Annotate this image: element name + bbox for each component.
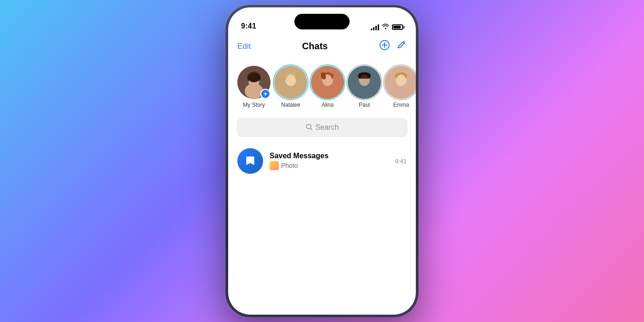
story-label-mystory: My Story [243, 102, 264, 108]
phone-outer: 9:41 [225, 5, 419, 317]
search-bar[interactable]: Search [236, 118, 408, 137]
phone-screen: 9:41 [228, 7, 416, 315]
signal-icon [371, 24, 379, 30]
chat-list: Saved Messages Photo 9:41 [228, 144, 416, 315]
story-avatar-natalee [274, 66, 307, 99]
story-item-emma[interactable]: Emma [385, 66, 416, 108]
svg-line-3 [403, 42, 404, 44]
phone-wrapper: 9:41 [225, 5, 419, 317]
svg-line-35 [310, 128, 312, 130]
svg-point-9 [248, 73, 260, 82]
nav-header: Edit Chats [228, 34, 416, 58]
status-time: 9:41 [241, 22, 256, 30]
chat-avatar-saved [237, 148, 263, 174]
chat-preview-thumb [270, 161, 279, 170]
story-label-alina: Alina [322, 102, 334, 108]
chat-name-saved: Saved Messages [270, 152, 389, 160]
story-label-paul: Paul [359, 102, 370, 108]
story-label-emma: Emma [393, 102, 409, 108]
story-item-alina[interactable]: Alina [311, 66, 344, 108]
chat-preview-text-saved: Photo [281, 162, 298, 169]
wifi-icon [382, 23, 389, 30]
nav-actions [379, 40, 407, 53]
chat-info-saved: Saved Messages Photo [270, 152, 389, 170]
dynamic-island [294, 14, 350, 29]
search-icon [305, 123, 313, 132]
story-item-paul[interactable]: Paul [348, 66, 381, 108]
story-avatar-paul [348, 66, 381, 99]
story-avatar-mystory: + [237, 66, 270, 99]
story-item-natalee[interactable]: Natalee [274, 66, 307, 108]
story-avatar-alina [311, 66, 344, 99]
compose-button[interactable] [397, 40, 407, 52]
chat-time-saved: 9:41 [395, 158, 407, 165]
chat-item-saved[interactable]: Saved Messages Photo 9:41 [228, 144, 416, 178]
battery-fill [393, 26, 401, 29]
story-item-mystory[interactable]: + My Story [237, 66, 270, 108]
edit-button[interactable]: Edit [237, 42, 251, 51]
add-story-badge: + [260, 89, 270, 99]
battery-icon [392, 24, 403, 30]
add-story-button[interactable] [379, 40, 390, 53]
page-title: Chats [302, 41, 328, 52]
status-icons [371, 23, 403, 30]
story-avatar-emma [385, 66, 416, 99]
search-placeholder: Search [316, 123, 339, 132]
background: 9:41 [0, 0, 644, 322]
story-label-natalee: Natalee [281, 102, 300, 108]
chat-preview-saved: Photo [270, 161, 389, 170]
stories-row: + My Story [228, 60, 416, 114]
